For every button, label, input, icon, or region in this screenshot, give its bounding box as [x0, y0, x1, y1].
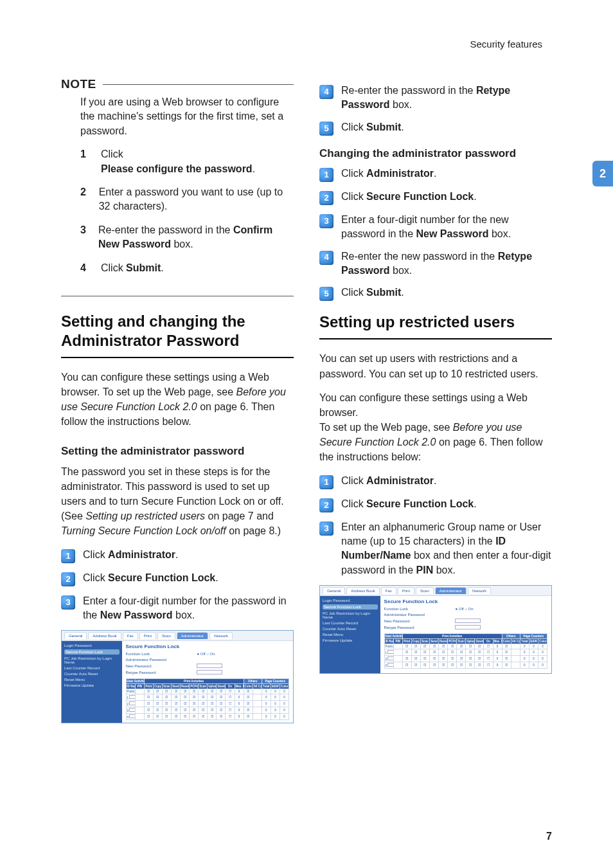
step-text: Re-enter the password in the Retype Pass…	[341, 84, 552, 113]
step-bullet: 4	[319, 85, 333, 99]
step-text: Click Submit.	[341, 285, 404, 301]
step-bullet: 2	[319, 498, 333, 512]
step-bullet: 1	[319, 168, 333, 182]
chapter-tab: 2	[592, 161, 613, 186]
subhead-change-admin-pw: Changing the administrator password	[319, 147, 552, 160]
restricted-steps: 1 Click Administrator. 2 Click Secure Fu…	[319, 474, 552, 578]
web-screenshot-admin-pw: General Address Book Fax Print Scan Admi…	[61, 630, 294, 723]
step-bullet: 1	[319, 475, 333, 489]
note-rule	[103, 84, 294, 85]
web-screenshot-restricted: General Address Book Fax Print Scan Admi…	[319, 585, 552, 674]
right-column: 4 Re-enter the password in the Retype Pa…	[319, 51, 552, 723]
note-step-num: 1	[80, 147, 89, 176]
restricted-intro-2: You can configure these settings using a…	[319, 390, 552, 465]
note-step-num: 3	[80, 223, 87, 252]
step-text: Click Administrator.	[83, 548, 178, 563]
page-number: 7	[546, 831, 552, 842]
admin-pw-steps-cont: 4 Re-enter the password in the Retype Pa…	[319, 84, 552, 136]
step-text: Click Secure Function Lock.	[341, 190, 477, 205]
step-text: Click Administrator.	[341, 474, 436, 489]
note-box: NOTE If you are using a Web browser to c…	[61, 77, 294, 296]
note-step-num: 4	[80, 261, 89, 275]
step-text: Click Secure Function Lock.	[341, 497, 477, 512]
note-intro: If you are using a Web browser to config…	[80, 96, 283, 136]
note-step-text: Click Submit.	[101, 261, 164, 275]
step-bullet: 1	[61, 549, 75, 563]
change-pw-steps: 1 Click Administrator. 2 Click Secure Fu…	[319, 167, 552, 302]
restricted-intro-1: You can set up users with restrictions a…	[319, 351, 552, 381]
note-step-text: Enter a password you want to use (up to …	[99, 185, 294, 214]
step-text: Enter a four-digit number for the new pa…	[341, 213, 552, 242]
note-step-num: 2	[80, 185, 87, 214]
step-bullet: 3	[319, 521, 333, 536]
left-column: NOTE If you are using a Web browser to c…	[61, 51, 294, 723]
admin-pw-steps: 1 Click Administrator. 2 Click Secure Fu…	[61, 548, 294, 623]
step-bullet: 3	[319, 214, 333, 228]
note-label: NOTE	[61, 77, 96, 91]
note-step-text: Click Please configure the password.	[101, 147, 255, 176]
admin-pw-paragraph: The password you set in these steps is f…	[61, 464, 294, 539]
subhead-set-admin-pw: Setting the administrator password	[61, 445, 294, 458]
step-text: Click Submit.	[341, 120, 404, 136]
step-bullet: 3	[61, 595, 75, 610]
note-step-text: Re-enter the password in the Confirm New…	[98, 223, 294, 252]
step-bullet: 5	[319, 122, 333, 136]
step-text: Click Administrator.	[341, 167, 436, 182]
content-columns: NOTE If you are using a Web browser to c…	[0, 0, 613, 749]
step-text: Re-enter the new password in the Retype …	[341, 249, 552, 278]
step-bullet: 5	[319, 287, 333, 301]
step-bullet: 4	[319, 251, 333, 265]
step-bullet: 2	[319, 191, 333, 205]
heading-restricted-users: Setting up restricted users	[319, 312, 552, 339]
page: Security features 2 7 NOTE If you are us…	[0, 0, 613, 868]
step-text: Enter an alphanumeric Group name or User…	[341, 520, 552, 578]
step-text: Enter a four-digit number for the passwo…	[83, 594, 294, 623]
heading-admin-password: Setting and changing the Administrator P…	[61, 312, 294, 358]
intro-paragraph: You can configure these settings using a…	[61, 370, 294, 429]
running-header: Security features	[470, 39, 542, 50]
step-text: Click Secure Function Lock.	[83, 571, 218, 586]
step-bullet: 2	[61, 572, 75, 586]
